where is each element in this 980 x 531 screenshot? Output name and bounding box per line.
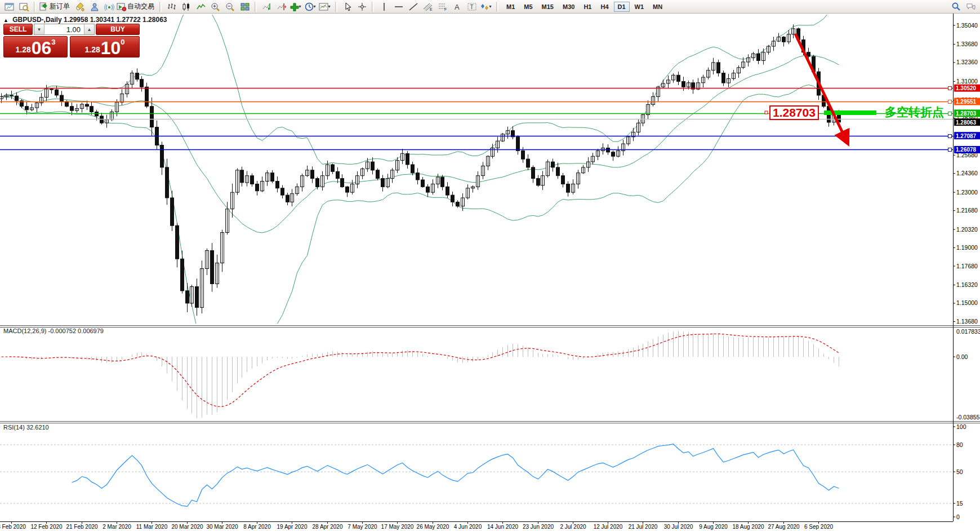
timeframe-button-m1[interactable]: M1 (502, 2, 519, 12)
zoom-in-icon[interactable] (208, 1, 222, 13)
timeframe-button-m5[interactable]: M5 (520, 2, 536, 12)
fibonacci-icon[interactable]: F (435, 1, 449, 13)
hline-handle[interactable] (948, 100, 952, 104)
expert-advisors-icon[interactable] (87, 1, 101, 13)
new-order-button[interactable]: 新订单 (39, 2, 72, 11)
timeframe-button-mn[interactable]: MN (649, 2, 666, 12)
periods-icon[interactable]: ▾ (304, 1, 318, 13)
toolbar-separator (159, 2, 162, 12)
svg-text:1.30520: 1.30520 (956, 85, 977, 91)
svg-text:7 May 2020: 7 May 2020 (348, 524, 377, 530)
bollinger-lower-band[interactable] (2, 85, 839, 368)
chat-icon[interactable] (964, 1, 978, 13)
dropdown-caret-icon[interactable]: ▾ (313, 4, 315, 9)
price-axis[interactable]: 1.350401.336801.323601.310001.296401.283… (953, 22, 980, 325)
svg-text:30 Mar 2020: 30 Mar 2020 (206, 524, 238, 530)
autotrading-icon (117, 2, 127, 11)
timeframe-button-d1[interactable]: D1 (614, 2, 630, 12)
callout-handle[interactable] (765, 111, 768, 114)
new-chart-icon[interactable] (2, 1, 16, 13)
svg-text:1.32360: 1.32360 (956, 59, 978, 65)
timeframe-button-h4[interactable]: H4 (596, 2, 612, 12)
svg-text:1.33680: 1.33680 (956, 41, 978, 47)
svg-text:1.29551: 1.29551 (956, 99, 977, 105)
dropdown-caret-icon[interactable]: ▾ (299, 4, 301, 9)
svg-text:15: 15 (956, 500, 963, 507)
svg-text:14 Jun 2020: 14 Jun 2020 (487, 524, 518, 530)
dropdown-caret-icon[interactable]: ▾ (489, 4, 491, 9)
candlestick-chart-icon[interactable] (179, 1, 193, 13)
timeframe-button-m15[interactable]: M15 (538, 2, 558, 12)
rsi-pane-label: RSI(14) 32.6210 (3, 424, 49, 431)
price-tag-1.27087: 1.27087 (954, 132, 980, 139)
signals-icon[interactable] (102, 1, 116, 13)
svg-text:0.00: 0.00 (956, 353, 968, 360)
svg-text:1.13680: 1.13680 (956, 318, 978, 325)
vertical-line-icon[interactable] (377, 1, 391, 13)
autotrading-button[interactable]: 自动交易 (117, 2, 157, 11)
search-icon[interactable] (949, 1, 963, 13)
svg-text:100: 100 (956, 423, 966, 430)
svg-text:1.27087: 1.27087 (956, 133, 977, 139)
svg-text:0: 0 (956, 514, 960, 520)
macd-pane[interactable]: 0.0178330.00-0.038559 (2, 328, 980, 421)
auto-scroll-icon[interactable] (260, 1, 274, 13)
search-icon (951, 2, 961, 11)
toolbar-separator (496, 2, 498, 12)
timeframe-button-h1[interactable]: H1 (580, 2, 595, 12)
turning-point-label[interactable]: 多空转折点 (885, 105, 944, 119)
styles-bucket-icon[interactable] (73, 1, 87, 13)
macd-pane-label: MACD(12,26,9) -0.000752 0.006979 (3, 328, 104, 334)
line-chart-icon (196, 2, 206, 11)
horizontal-line-icon[interactable] (391, 1, 406, 13)
svg-text:3 Feb 2020: 3 Feb 2020 (0, 524, 26, 530)
hline-handle[interactable] (948, 135, 952, 138)
price-callout-text[interactable]: 1.28703 (769, 105, 819, 120)
hline-handle[interactable] (948, 87, 952, 90)
timeframe-button-w1[interactable]: W1 (631, 2, 648, 12)
timeframe-button-m30[interactable]: M30 (559, 2, 578, 12)
price-tag-1.28703: 1.28703 (954, 109, 980, 117)
fibonacci-icon: F (438, 2, 448, 11)
arrows-icon[interactable]: ▾ (479, 1, 493, 13)
svg-text:26 May 2020: 26 May 2020 (417, 524, 449, 530)
candle-wicks (2, 24, 839, 316)
text-label-icon[interactable]: T (465, 1, 479, 13)
bar-chart-icon (167, 2, 177, 11)
svg-text:12 Feb 2020: 12 Feb 2020 (30, 524, 63, 530)
svg-text:1.28703: 1.28703 (956, 110, 977, 117)
main-price-pane[interactable] (0, 14, 841, 367)
svg-text:4 Jun 2020: 4 Jun 2020 (454, 524, 482, 530)
crosshair-icon[interactable] (355, 1, 369, 13)
zoom-out-icon[interactable] (223, 1, 237, 13)
toolbar-separator (372, 2, 374, 12)
chart-shift-icon[interactable] (274, 1, 288, 13)
dropdown-caret-icon[interactable]: ▾ (328, 4, 330, 9)
hline-handle[interactable] (948, 112, 952, 116)
svg-text:1.17680: 1.17680 (956, 263, 978, 269)
main-toolbar: 新订单自动交易▾▾▾EFAT▾M1M5M15M30H1H4D1W1MN (0, 0, 980, 14)
rsi-pane[interactable]: 1008050150 (0, 423, 966, 520)
autotrading-button-label: 自动交易 (127, 2, 154, 11)
svg-text:21 Feb 2020: 21 Feb 2020 (66, 524, 98, 530)
equidistant-channel-icon[interactable]: E (421, 1, 435, 13)
bar-chart-icon[interactable] (164, 1, 179, 13)
trendline-icon[interactable] (406, 1, 420, 13)
svg-text:11 Mar 2020: 11 Mar 2020 (136, 524, 168, 530)
svg-text:21 Jul 2020: 21 Jul 2020 (629, 524, 658, 530)
add-indicator-icon[interactable]: ▾ (289, 1, 303, 13)
horizontal-line-icon (394, 2, 404, 11)
profiles-icon[interactable] (17, 1, 31, 13)
svg-text:1.28063: 1.28063 (956, 120, 977, 126)
chart-canvas[interactable]: 1.350401.336801.323601.310001.296401.283… (0, 14, 980, 531)
svg-text:1.31000: 1.31000 (956, 78, 978, 85)
auto-scroll-icon (262, 2, 272, 11)
hline-handle[interactable] (948, 148, 952, 152)
time-axis[interactable]: 3 Feb 202012 Feb 202021 Feb 20202 Mar 20… (0, 521, 834, 530)
line-chart-icon[interactable] (194, 1, 208, 13)
templates-icon[interactable]: ▾ (318, 1, 332, 13)
tile-windows-icon[interactable] (238, 1, 252, 13)
cursor-icon[interactable] (340, 1, 354, 13)
text-icon[interactable]: A (450, 1, 464, 13)
price-tag-1.29551: 1.29551 (954, 98, 980, 105)
